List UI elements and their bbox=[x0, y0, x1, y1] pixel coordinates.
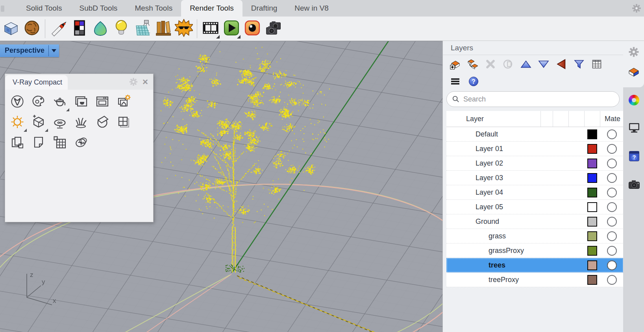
visibility-cell[interactable] bbox=[553, 200, 568, 214]
material-cell[interactable] bbox=[600, 243, 624, 258]
layer-color-swatch[interactable] bbox=[587, 217, 597, 227]
layer-name[interactable]: grass bbox=[446, 232, 537, 240]
vray-main-button[interactable] bbox=[7, 92, 28, 113]
layer-row-layer-02[interactable]: Layer 02 bbox=[446, 156, 624, 171]
layer-name[interactable]: Layer 04 bbox=[446, 188, 537, 197]
current-layer-cell[interactable] bbox=[537, 258, 553, 272]
tab-render-tools[interactable]: Render Tools bbox=[181, 0, 242, 17]
current-layer-cell[interactable] bbox=[537, 200, 553, 214]
current-layer-cell[interactable] bbox=[537, 127, 553, 141]
layer-color-swatch[interactable] bbox=[587, 246, 597, 256]
locate-target-button[interactable] bbox=[70, 133, 92, 153]
gear-icon[interactable] bbox=[129, 77, 138, 87]
layer-row-grassproxy[interactable]: grassProxy bbox=[446, 243, 624, 258]
layer-color-swatch[interactable] bbox=[587, 260, 597, 270]
search-box[interactable] bbox=[446, 91, 620, 107]
current-layer-cell[interactable] bbox=[537, 171, 553, 185]
material-cell[interactable] bbox=[600, 156, 624, 170]
tab-subd-tools[interactable]: SubD Tools bbox=[71, 0, 126, 17]
table-view-button[interactable] bbox=[590, 58, 603, 72]
paintbrush-button[interactable] bbox=[48, 18, 69, 40]
layer-color-swatch[interactable] bbox=[587, 202, 597, 212]
lightbulb-button[interactable] bbox=[111, 18, 131, 40]
layer-color-swatch[interactable] bbox=[587, 173, 597, 183]
layer-color-swatch[interactable] bbox=[587, 188, 597, 197]
color-cell[interactable] bbox=[584, 200, 600, 214]
material-circle[interactable] bbox=[607, 159, 617, 168]
environment-blob-button[interactable] bbox=[90, 18, 111, 40]
color-cell[interactable] bbox=[584, 185, 600, 199]
color-cell[interactable] bbox=[584, 243, 600, 258]
render-box-button[interactable] bbox=[0, 18, 21, 40]
layer-row-grass[interactable]: grass bbox=[446, 229, 624, 243]
lock-cell[interactable] bbox=[568, 243, 584, 258]
layer-name[interactable]: grassProxy bbox=[446, 247, 537, 255]
layer-row-layer-04[interactable]: Layer 04 bbox=[446, 185, 624, 200]
material-circle[interactable] bbox=[607, 144, 617, 154]
page-setup-button[interactable] bbox=[28, 133, 49, 153]
grid-frame-button[interactable] bbox=[113, 113, 134, 133]
viewport-title-label[interactable]: Perspective bbox=[0, 44, 48, 57]
tab-mesh-tools[interactable]: Mesh Tools bbox=[126, 0, 181, 17]
layer-color-swatch[interactable] bbox=[587, 144, 597, 154]
lock-cell[interactable] bbox=[568, 142, 584, 156]
visibility-cell[interactable] bbox=[553, 214, 568, 229]
color-cell[interactable] bbox=[584, 214, 600, 229]
layer-row-trees[interactable]: trees bbox=[446, 258, 624, 273]
layer-name[interactable]: Layer 02 bbox=[446, 159, 537, 168]
batch-render-button[interactable] bbox=[7, 133, 28, 153]
color-cell[interactable] bbox=[584, 258, 600, 272]
viewport-title[interactable]: Perspective bbox=[0, 44, 59, 57]
perspective-viewport[interactable]: Perspective z y x V-Ray bbox=[0, 41, 442, 332]
visibility-cell[interactable] bbox=[553, 229, 568, 243]
layer-name[interactable]: Ground bbox=[446, 218, 537, 226]
move-up-button[interactable] bbox=[519, 58, 533, 72]
pack-project-button[interactable] bbox=[49, 133, 70, 153]
close-icon[interactable]: ✕ bbox=[142, 77, 148, 87]
material-cell[interactable] bbox=[600, 258, 624, 272]
layer-name[interactable]: Layer 03 bbox=[446, 174, 537, 182]
material-cell[interactable] bbox=[600, 142, 624, 156]
visibility-cell[interactable] bbox=[553, 185, 568, 199]
layer-name[interactable]: Layer 05 bbox=[446, 203, 537, 211]
material-circle[interactable] bbox=[607, 260, 617, 270]
filmstrip-button[interactable] bbox=[200, 18, 221, 40]
visibility-cell[interactable] bbox=[553, 156, 568, 170]
camera-tab-icon[interactable] bbox=[627, 179, 640, 191]
material-circle[interactable] bbox=[607, 129, 617, 139]
new-sublayer-button[interactable] bbox=[466, 58, 479, 72]
lock-cell[interactable] bbox=[568, 185, 584, 199]
layers-table-header[interactable]: Layer Mate bbox=[446, 111, 624, 127]
current-layer-cell[interactable] bbox=[537, 229, 553, 243]
current-layer-cell[interactable] bbox=[537, 185, 553, 199]
gear-icon[interactable] bbox=[631, 3, 642, 13]
current-layer-cell[interactable] bbox=[537, 156, 553, 170]
layer-row-ground[interactable]: Ground bbox=[446, 214, 624, 229]
lock-cell[interactable] bbox=[568, 127, 584, 141]
layer-name[interactable]: Layer 01 bbox=[446, 145, 537, 153]
viewport-menu-button[interactable] bbox=[49, 44, 59, 57]
monitor-tab-icon[interactable] bbox=[627, 122, 640, 135]
layer-name[interactable]: treeProxy bbox=[446, 276, 537, 284]
vray-compact-panel[interactable]: V-Ray Compact ✕ bbox=[5, 74, 154, 222]
material-cell[interactable] bbox=[600, 171, 624, 185]
color-cell[interactable] bbox=[584, 229, 600, 243]
lock-cell[interactable] bbox=[568, 273, 584, 287]
camera-stack-button[interactable] bbox=[263, 18, 283, 40]
collapse-button[interactable] bbox=[555, 58, 568, 72]
lock-cell[interactable] bbox=[568, 258, 584, 272]
material-circle[interactable] bbox=[607, 231, 617, 241]
material-circle[interactable] bbox=[607, 202, 617, 212]
lock-cell[interactable] bbox=[568, 200, 584, 214]
tab-new-in-v8[interactable]: New in V8 bbox=[286, 0, 337, 17]
tab-drafting[interactable]: Drafting bbox=[242, 0, 286, 17]
filter-button[interactable] bbox=[572, 58, 586, 72]
material-circle[interactable] bbox=[607, 173, 617, 183]
layer-name[interactable]: Default bbox=[446, 130, 537, 138]
layers-tab-icon[interactable] bbox=[627, 67, 640, 79]
visibility-cell[interactable] bbox=[553, 258, 568, 272]
lock-cell[interactable] bbox=[568, 171, 584, 185]
layer-name[interactable]: trees bbox=[446, 261, 537, 269]
display-tab-icon[interactable] bbox=[627, 94, 640, 106]
lock-cell[interactable] bbox=[568, 229, 584, 243]
